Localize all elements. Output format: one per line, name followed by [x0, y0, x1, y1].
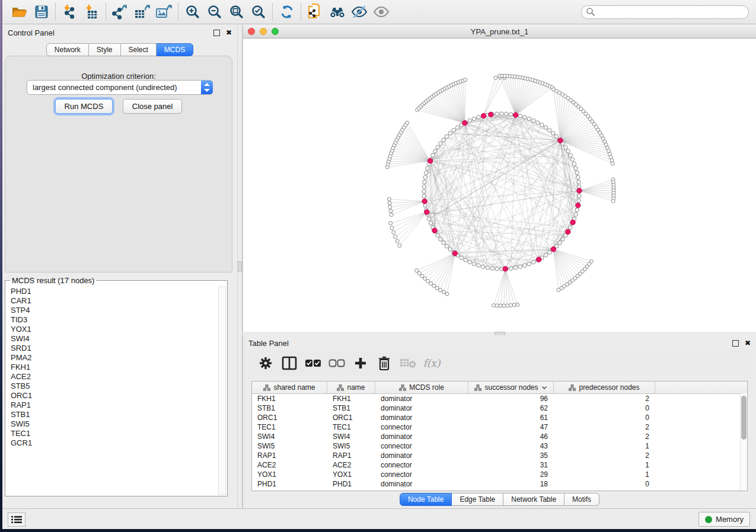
scrollbar-thumb[interactable]: [741, 396, 747, 440]
import-table-icon[interactable]: [81, 2, 103, 21]
network-graph[interactable]: [243, 39, 756, 332]
import-network-icon[interactable]: [59, 2, 81, 21]
mcds-result-item[interactable]: TEC1: [11, 429, 219, 438]
eye-slash-icon[interactable]: [348, 2, 370, 21]
mcds-result-item[interactable]: TID3: [11, 315, 219, 325]
network-node: [477, 116, 480, 119]
mcds-result-item[interactable]: STB1: [11, 410, 219, 419]
network-node: [500, 112, 503, 116]
table-row[interactable]: ACE2ACE2connector311: [252, 460, 747, 470]
zoom-in-icon[interactable]: [181, 2, 203, 21]
export-image-icon[interactable]: [153, 2, 175, 21]
table-row[interactable]: FKH1FKH1dominator962: [252, 394, 747, 403]
vertical-splitter[interactable]: [237, 25, 243, 509]
tab-node-table[interactable]: Node Table: [400, 493, 452, 506]
table-row[interactable]: SWI5SWI5connector431: [252, 441, 747, 451]
mcds-result-scrollbar[interactable]: [218, 286, 226, 495]
mcds-result-item[interactable]: YOX1: [11, 325, 219, 334]
tab-network[interactable]: Network: [46, 43, 89, 56]
network-node: [442, 138, 445, 142]
tab-edge-table[interactable]: Edge Table: [452, 493, 503, 506]
leaf-node: [439, 289, 442, 292]
clone-network-icon[interactable]: [304, 2, 326, 21]
binoculars-icon[interactable]: [326, 2, 348, 21]
cell-name: STB1: [327, 403, 375, 413]
search-input[interactable]: [581, 5, 749, 19]
export-network-icon[interactable]: [109, 2, 131, 21]
float-panel-icon[interactable]: [732, 340, 739, 347]
leaf-node: [395, 239, 399, 243]
splitter-grip[interactable]: [238, 261, 242, 272]
network-node: [445, 134, 448, 138]
table-row[interactable]: TEC1TEC1connector472: [252, 422, 747, 432]
tab-network-table[interactable]: Network Table: [503, 493, 564, 506]
leaf-node: [516, 303, 519, 306]
table-row[interactable]: STB1STB1dominator620: [252, 403, 747, 413]
toolbar-group: [304, 2, 392, 21]
mcds-result-item[interactable]: STP4: [11, 306, 219, 315]
delete-icon[interactable]: [372, 353, 396, 373]
select-stepper-icon[interactable]: [201, 81, 213, 94]
mcds-result-list[interactable]: PHD1CAR1STP4TID3YOX1SWI4SRD1PMA2FKH1ACE2…: [5, 285, 219, 496]
tab-style[interactable]: Style: [89, 43, 121, 56]
memory-button[interactable]: Memory: [698, 512, 750, 527]
deselect-all-icon[interactable]: [325, 353, 349, 373]
table-row[interactable]: PHD1PHD1dominator180: [252, 479, 747, 489]
zoom-fit-icon[interactable]: [225, 2, 247, 21]
table-row[interactable]: ORC1ORC1dominator610: [252, 413, 747, 422]
network-canvas[interactable]: [243, 39, 756, 332]
table-scrollbar[interactable]: [740, 393, 747, 491]
float-panel-icon[interactable]: [213, 30, 220, 36]
mcds-result-item[interactable]: FKH1: [11, 363, 219, 372]
mcds-result-item[interactable]: PHD1: [11, 287, 219, 296]
mcds-result-item[interactable]: ORC1: [11, 391, 219, 400]
folder-open-icon[interactable]: [8, 2, 30, 21]
tab-select[interactable]: Select: [121, 43, 157, 56]
column-header-name[interactable]: name: [327, 382, 375, 393]
mcds-result-item[interactable]: SWI5: [11, 419, 219, 429]
mcds-result-item[interactable]: GCR1: [11, 438, 219, 448]
network-node: [577, 180, 580, 184]
mcds-result-item[interactable]: SWI4: [11, 334, 219, 344]
table-row[interactable]: SWI4SWI4dominator462: [252, 432, 747, 441]
task-history-button[interactable]: [8, 512, 25, 527]
zoom-out-icon[interactable]: [203, 2, 225, 21]
zoom-selected-icon[interactable]: [247, 2, 269, 21]
column-header-predecessor-nodes[interactable]: predecessor nodes: [554, 382, 655, 393]
column-header-MCDS-role[interactable]: MCDS role: [375, 382, 468, 393]
cell-MCDS-role: dominator: [375, 479, 468, 489]
mcds-result-item[interactable]: SRD1: [11, 344, 219, 353]
select-all-icon[interactable]: [301, 353, 325, 373]
tab-motifs[interactable]: Motifs: [564, 493, 599, 506]
split-panel-icon[interactable]: [277, 353, 301, 373]
optimization-criterion-select[interactable]: largest connected component (undirected): [27, 80, 213, 95]
column-header-successor-nodes[interactable]: successor nodes: [468, 382, 554, 393]
cell-successor-nodes: 35: [468, 451, 554, 460]
close-panel-icon[interactable]: ✖: [226, 29, 232, 36]
mcds-result-item[interactable]: STB5: [11, 382, 219, 391]
add-icon[interactable]: [349, 353, 372, 373]
table-panel: Table Panel ✖ f(x) shared namenameMCDS r…: [243, 335, 756, 509]
export-table-icon[interactable]: [131, 2, 153, 21]
column-header-shared-name[interactable]: shared name: [252, 382, 327, 393]
mcds-result-item[interactable]: RAP1: [11, 400, 219, 410]
run-mcds-button[interactable]: Run MCDS: [55, 99, 113, 114]
leaf-node: [429, 281, 433, 285]
gear-icon[interactable]: [254, 353, 277, 373]
close-panel-button[interactable]: Close panel: [123, 99, 183, 114]
save-icon[interactable]: [30, 2, 52, 21]
network-node: [442, 241, 445, 245]
leaf-node: [442, 290, 445, 294]
table-row[interactable]: RAP1RAP1dominator352: [252, 451, 747, 460]
mcds-result-item[interactable]: PMA2: [11, 353, 219, 363]
table-row[interactable]: YOX1YOX1connector291: [252, 470, 747, 479]
leaf-node: [387, 197, 391, 201]
mcds-result-item[interactable]: CAR1: [11, 296, 219, 306]
network-node: [551, 132, 555, 135]
status-bar: Memory: [2, 508, 756, 529]
tab-mcds[interactable]: MCDS: [157, 43, 193, 56]
refresh-icon[interactable]: [276, 2, 298, 21]
cell-shared-name: ACE2: [252, 460, 327, 470]
mcds-result-item[interactable]: ACE2: [11, 372, 219, 382]
close-panel-icon[interactable]: ✖: [745, 339, 751, 347]
